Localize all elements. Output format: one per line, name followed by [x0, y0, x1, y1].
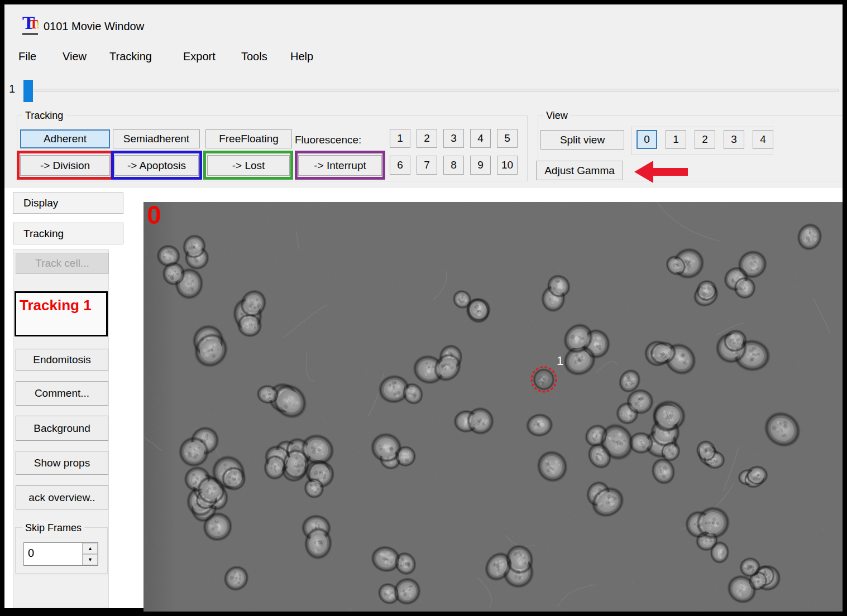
show-props-button[interactable]: Show props: [16, 451, 108, 475]
semiadherent-button[interactable]: Semiadherent: [113, 129, 200, 148]
app-icon: T T !: [22, 17, 39, 36]
spinner-buttons: ▲ ▼: [82, 543, 98, 565]
tab-display[interactable]: Display: [13, 192, 123, 214]
fluorescence-label: Fluorescence:: [295, 134, 361, 146]
split-view-button[interactable]: Split view: [540, 130, 624, 150]
menu-file[interactable]: File: [18, 50, 36, 63]
spin-up-button[interactable]: ▲: [83, 543, 98, 554]
window-title: 0101 Movie Window: [44, 20, 144, 33]
skip-frames-value[interactable]: 0: [24, 543, 82, 565]
adherent-button[interactable]: Adherent: [20, 129, 110, 148]
fluorescence-button-8[interactable]: 8: [443, 156, 464, 175]
fluorescence-button-5[interactable]: 5: [497, 129, 518, 148]
background-button[interactable]: Background: [16, 416, 108, 441]
menu-help[interactable]: Help: [290, 50, 313, 63]
fluorescence-button-4[interactable]: 4: [470, 129, 491, 148]
menu-tools[interactable]: Tools: [241, 50, 267, 63]
freefloating-button[interactable]: FreeFloating: [205, 129, 292, 148]
view-group-label: View: [543, 110, 571, 122]
channel-button-3[interactable]: 3: [724, 130, 744, 149]
tab-tracking[interactable]: Tracking: [13, 223, 123, 244]
lost-button[interactable]: -> Lost: [207, 155, 290, 176]
tracking-status-indicator: Tracking 1: [15, 291, 108, 336]
endomitosis-button[interactable]: Endomitosis: [16, 349, 108, 371]
skip-frames-spinner: 0 ▲ ▼: [23, 542, 98, 566]
fluorescence-button-3[interactable]: 3: [443, 129, 464, 148]
fluorescence-button-6[interactable]: 6: [390, 156, 410, 175]
frame-index-overlay: 0: [147, 202, 161, 230]
apoptosis-button[interactable]: -> Apoptosis: [114, 155, 199, 176]
movie-canvas-area[interactable]: 0 1: [143, 202, 843, 612]
channel-button-2[interactable]: 2: [695, 130, 715, 149]
fluorescence-button-1[interactable]: 1: [390, 129, 410, 148]
tracked-cell-number: 1: [557, 354, 563, 368]
fluorescence-button-2[interactable]: 2: [417, 129, 437, 148]
microscopy-image: [143, 202, 843, 612]
frame-number-label: 1: [9, 83, 15, 95]
spin-down-button[interactable]: ▼: [83, 554, 98, 565]
menu-export[interactable]: Export: [183, 50, 216, 63]
menu-tracking[interactable]: Tracking: [109, 50, 152, 63]
fluorescence-button-7[interactable]: 7: [417, 156, 437, 175]
skip-frames-label: Skip Frames: [22, 522, 84, 534]
tracking-panel-divider: [13, 575, 109, 575]
channel-button-4[interactable]: 4: [753, 130, 773, 149]
adjust-gamma-button[interactable]: Adjust Gamma: [536, 161, 623, 180]
interrupt-button[interactable]: -> Interrupt: [298, 155, 382, 176]
frame-slider-handle[interactable]: [23, 80, 33, 102]
tracked-cell-circle: [529, 365, 558, 394]
comment-button[interactable]: Comment...: [16, 381, 108, 406]
channel-button-0[interactable]: 0: [637, 130, 657, 149]
track-cell-button[interactable]: Track cell...: [16, 253, 109, 274]
movie-window: T T ! 0101 Movie Window File View Tracki…: [0, 0, 847, 616]
fluorescence-button-10[interactable]: 10: [497, 156, 518, 175]
channel-button-1[interactable]: 1: [666, 130, 686, 149]
menu-view[interactable]: View: [63, 50, 87, 63]
tracking-group-label: Tracking: [22, 110, 66, 122]
track-overview-button[interactable]: ack overview..: [16, 485, 108, 509]
division-button[interactable]: -> Division: [20, 155, 110, 176]
red-arrow-icon: [634, 161, 689, 183]
frame-slider-groove[interactable]: [25, 89, 839, 92]
fluorescence-button-9[interactable]: 9: [470, 156, 491, 175]
